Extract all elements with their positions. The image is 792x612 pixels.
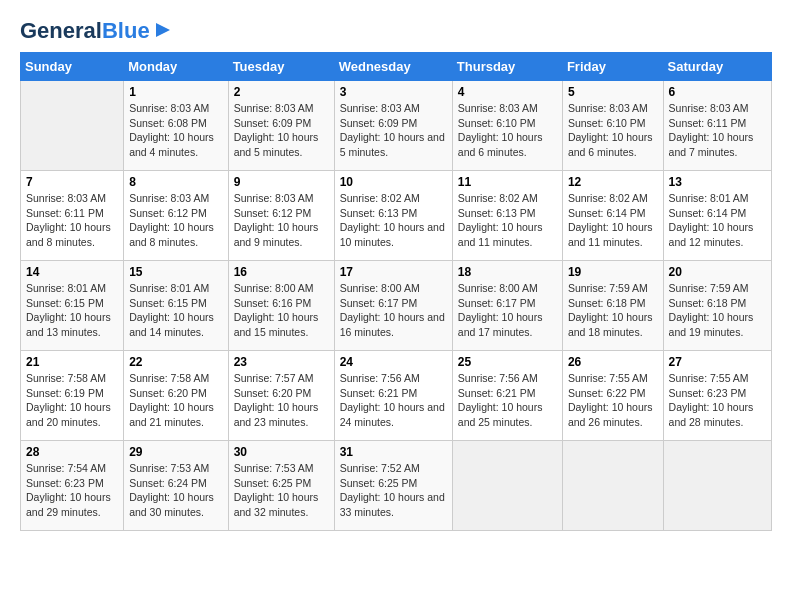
day-number: 3 xyxy=(340,85,447,99)
day-number: 29 xyxy=(129,445,222,459)
calendar-cell: 9Sunrise: 8:03 AM Sunset: 6:12 PM Daylig… xyxy=(228,171,334,261)
day-number: 8 xyxy=(129,175,222,189)
cell-info: Sunrise: 8:03 AM Sunset: 6:12 PM Dayligh… xyxy=(129,191,222,250)
logo: GeneralBlue xyxy=(20,20,174,42)
calendar-cell: 19Sunrise: 7:59 AM Sunset: 6:18 PM Dayli… xyxy=(562,261,663,351)
calendar-cell xyxy=(452,441,562,531)
day-number: 7 xyxy=(26,175,118,189)
cell-info: Sunrise: 7:52 AM Sunset: 6:25 PM Dayligh… xyxy=(340,461,447,520)
calendar-week-row: 1Sunrise: 8:03 AM Sunset: 6:08 PM Daylig… xyxy=(21,81,772,171)
cell-info: Sunrise: 7:59 AM Sunset: 6:18 PM Dayligh… xyxy=(568,281,658,340)
day-number: 15 xyxy=(129,265,222,279)
day-number: 1 xyxy=(129,85,222,99)
cell-info: Sunrise: 8:03 AM Sunset: 6:11 PM Dayligh… xyxy=(26,191,118,250)
weekday-header-monday: Monday xyxy=(124,53,228,81)
calendar-cell: 6Sunrise: 8:03 AM Sunset: 6:11 PM Daylig… xyxy=(663,81,771,171)
calendar-cell: 14Sunrise: 8:01 AM Sunset: 6:15 PM Dayli… xyxy=(21,261,124,351)
calendar-week-row: 7Sunrise: 8:03 AM Sunset: 6:11 PM Daylig… xyxy=(21,171,772,261)
weekday-header-thursday: Thursday xyxy=(452,53,562,81)
weekday-header-tuesday: Tuesday xyxy=(228,53,334,81)
cell-info: Sunrise: 7:56 AM Sunset: 6:21 PM Dayligh… xyxy=(340,371,447,430)
cell-info: Sunrise: 7:58 AM Sunset: 6:19 PM Dayligh… xyxy=(26,371,118,430)
calendar-week-row: 14Sunrise: 8:01 AM Sunset: 6:15 PM Dayli… xyxy=(21,261,772,351)
calendar-cell: 25Sunrise: 7:56 AM Sunset: 6:21 PM Dayli… xyxy=(452,351,562,441)
cell-info: Sunrise: 7:55 AM Sunset: 6:23 PM Dayligh… xyxy=(669,371,766,430)
day-number: 17 xyxy=(340,265,447,279)
cell-info: Sunrise: 8:01 AM Sunset: 6:14 PM Dayligh… xyxy=(669,191,766,250)
day-number: 10 xyxy=(340,175,447,189)
day-number: 2 xyxy=(234,85,329,99)
weekday-header-sunday: Sunday xyxy=(21,53,124,81)
calendar-cell: 18Sunrise: 8:00 AM Sunset: 6:17 PM Dayli… xyxy=(452,261,562,351)
cell-info: Sunrise: 8:03 AM Sunset: 6:10 PM Dayligh… xyxy=(458,101,557,160)
cell-info: Sunrise: 8:02 AM Sunset: 6:13 PM Dayligh… xyxy=(340,191,447,250)
cell-info: Sunrise: 7:58 AM Sunset: 6:20 PM Dayligh… xyxy=(129,371,222,430)
day-number: 20 xyxy=(669,265,766,279)
calendar-cell: 31Sunrise: 7:52 AM Sunset: 6:25 PM Dayli… xyxy=(334,441,452,531)
calendar-cell: 21Sunrise: 7:58 AM Sunset: 6:19 PM Dayli… xyxy=(21,351,124,441)
day-number: 18 xyxy=(458,265,557,279)
calendar-cell: 27Sunrise: 7:55 AM Sunset: 6:23 PM Dayli… xyxy=(663,351,771,441)
weekday-header-friday: Friday xyxy=(562,53,663,81)
calendar-cell: 7Sunrise: 8:03 AM Sunset: 6:11 PM Daylig… xyxy=(21,171,124,261)
cell-info: Sunrise: 7:55 AM Sunset: 6:22 PM Dayligh… xyxy=(568,371,658,430)
day-number: 24 xyxy=(340,355,447,369)
calendar-cell: 15Sunrise: 8:01 AM Sunset: 6:15 PM Dayli… xyxy=(124,261,228,351)
calendar-cell: 22Sunrise: 7:58 AM Sunset: 6:20 PM Dayli… xyxy=(124,351,228,441)
calendar-cell: 1Sunrise: 8:03 AM Sunset: 6:08 PM Daylig… xyxy=(124,81,228,171)
calendar-cell xyxy=(562,441,663,531)
day-number: 28 xyxy=(26,445,118,459)
day-number: 9 xyxy=(234,175,329,189)
weekday-header-saturday: Saturday xyxy=(663,53,771,81)
calendar-cell xyxy=(663,441,771,531)
cell-info: Sunrise: 8:03 AM Sunset: 6:12 PM Dayligh… xyxy=(234,191,329,250)
cell-info: Sunrise: 8:03 AM Sunset: 6:09 PM Dayligh… xyxy=(234,101,329,160)
calendar-cell: 11Sunrise: 8:02 AM Sunset: 6:13 PM Dayli… xyxy=(452,171,562,261)
cell-info: Sunrise: 7:54 AM Sunset: 6:23 PM Dayligh… xyxy=(26,461,118,520)
calendar-cell: 29Sunrise: 7:53 AM Sunset: 6:24 PM Dayli… xyxy=(124,441,228,531)
day-number: 13 xyxy=(669,175,766,189)
cell-info: Sunrise: 8:00 AM Sunset: 6:17 PM Dayligh… xyxy=(340,281,447,340)
logo-text: GeneralBlue xyxy=(20,20,150,42)
cell-info: Sunrise: 7:53 AM Sunset: 6:24 PM Dayligh… xyxy=(129,461,222,520)
calendar-cell: 16Sunrise: 8:00 AM Sunset: 6:16 PM Dayli… xyxy=(228,261,334,351)
calendar-cell: 23Sunrise: 7:57 AM Sunset: 6:20 PM Dayli… xyxy=(228,351,334,441)
calendar-cell: 8Sunrise: 8:03 AM Sunset: 6:12 PM Daylig… xyxy=(124,171,228,261)
calendar-cell: 13Sunrise: 8:01 AM Sunset: 6:14 PM Dayli… xyxy=(663,171,771,261)
day-number: 27 xyxy=(669,355,766,369)
calendar-week-row: 21Sunrise: 7:58 AM Sunset: 6:19 PM Dayli… xyxy=(21,351,772,441)
calendar-cell: 4Sunrise: 8:03 AM Sunset: 6:10 PM Daylig… xyxy=(452,81,562,171)
cell-info: Sunrise: 8:00 AM Sunset: 6:17 PM Dayligh… xyxy=(458,281,557,340)
cell-info: Sunrise: 8:00 AM Sunset: 6:16 PM Dayligh… xyxy=(234,281,329,340)
cell-info: Sunrise: 7:57 AM Sunset: 6:20 PM Dayligh… xyxy=(234,371,329,430)
calendar-cell: 20Sunrise: 7:59 AM Sunset: 6:18 PM Dayli… xyxy=(663,261,771,351)
day-number: 19 xyxy=(568,265,658,279)
cell-info: Sunrise: 8:02 AM Sunset: 6:13 PM Dayligh… xyxy=(458,191,557,250)
cell-info: Sunrise: 7:56 AM Sunset: 6:21 PM Dayligh… xyxy=(458,371,557,430)
calendar-cell: 24Sunrise: 7:56 AM Sunset: 6:21 PM Dayli… xyxy=(334,351,452,441)
calendar-cell: 5Sunrise: 8:03 AM Sunset: 6:10 PM Daylig… xyxy=(562,81,663,171)
svg-marker-0 xyxy=(156,23,170,37)
weekday-header-wednesday: Wednesday xyxy=(334,53,452,81)
day-number: 30 xyxy=(234,445,329,459)
day-number: 25 xyxy=(458,355,557,369)
logo-arrow-icon xyxy=(152,19,174,41)
calendar-cell: 12Sunrise: 8:02 AM Sunset: 6:14 PM Dayli… xyxy=(562,171,663,261)
day-number: 16 xyxy=(234,265,329,279)
calendar-cell: 10Sunrise: 8:02 AM Sunset: 6:13 PM Dayli… xyxy=(334,171,452,261)
day-number: 5 xyxy=(568,85,658,99)
calendar-cell xyxy=(21,81,124,171)
cell-info: Sunrise: 7:53 AM Sunset: 6:25 PM Dayligh… xyxy=(234,461,329,520)
calendar-cell: 30Sunrise: 7:53 AM Sunset: 6:25 PM Dayli… xyxy=(228,441,334,531)
day-number: 14 xyxy=(26,265,118,279)
day-number: 26 xyxy=(568,355,658,369)
cell-info: Sunrise: 8:03 AM Sunset: 6:08 PM Dayligh… xyxy=(129,101,222,160)
day-number: 23 xyxy=(234,355,329,369)
day-number: 11 xyxy=(458,175,557,189)
day-number: 4 xyxy=(458,85,557,99)
cell-info: Sunrise: 7:59 AM Sunset: 6:18 PM Dayligh… xyxy=(669,281,766,340)
calendar-week-row: 28Sunrise: 7:54 AM Sunset: 6:23 PM Dayli… xyxy=(21,441,772,531)
calendar-cell: 3Sunrise: 8:03 AM Sunset: 6:09 PM Daylig… xyxy=(334,81,452,171)
cell-info: Sunrise: 8:02 AM Sunset: 6:14 PM Dayligh… xyxy=(568,191,658,250)
day-number: 6 xyxy=(669,85,766,99)
